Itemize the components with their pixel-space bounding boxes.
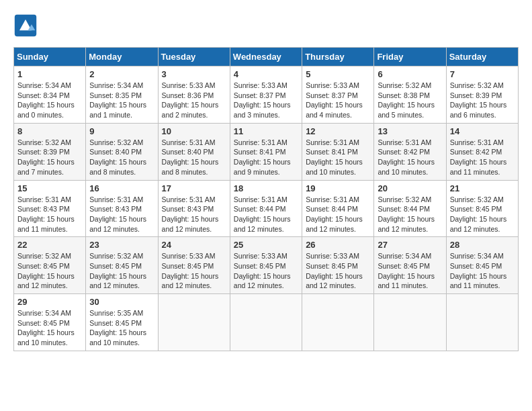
day-info: Sunrise: 5:34 AMSunset: 8:45 PMDaylight:… [17,308,82,348]
calendar-header-row: SundayMondayTuesdayWednesdayThursdayFrid… [14,48,519,66]
day-info: Sunrise: 5:32 AMSunset: 8:39 PMDaylight:… [450,81,515,120]
day-info: Sunrise: 5:32 AMSunset: 8:39 PMDaylight:… [17,138,82,177]
calendar-day-cell: 30Sunrise: 5:35 AMSunset: 8:45 PMDayligh… [86,294,158,351]
day-info: Sunrise: 5:33 AMSunset: 8:45 PMDaylight:… [234,251,298,291]
day-info: Sunrise: 5:31 AMSunset: 8:44 PMDaylight:… [234,195,298,234]
calendar-day-cell [302,294,374,351]
calendar-day-cell: 9Sunrise: 5:32 AMSunset: 8:40 PMDaylight… [86,123,158,180]
day-info: Sunrise: 5:33 AMSunset: 8:45 PMDaylight:… [162,251,226,291]
day-info: Sunrise: 5:32 AMSunset: 8:45 PMDaylight:… [89,251,154,291]
day-info: Sunrise: 5:32 AMSunset: 8:38 PMDaylight:… [378,81,442,120]
day-info: Sunrise: 5:31 AMSunset: 8:41 PMDaylight:… [234,138,298,177]
calendar-day-cell: 16Sunrise: 5:31 AMSunset: 8:43 PMDayligh… [86,180,158,237]
day-number: 22 [17,240,82,250]
logo [13,13,40,38]
day-number: 9 [89,126,154,136]
day-number: 30 [89,297,154,307]
day-number: 17 [162,183,226,193]
calendar-day-cell: 7Sunrise: 5:32 AMSunset: 8:39 PMDaylight… [446,66,518,124]
calendar-day-cell: 4Sunrise: 5:33 AMSunset: 8:37 PMDaylight… [230,66,302,124]
calendar-day-cell: 23Sunrise: 5:32 AMSunset: 8:45 PMDayligh… [86,237,158,294]
day-info: Sunrise: 5:31 AMSunset: 8:43 PMDaylight:… [162,195,226,234]
day-info: Sunrise: 5:31 AMSunset: 8:43 PMDaylight:… [17,195,82,234]
day-number: 3 [162,69,226,79]
day-number: 5 [306,69,370,79]
day-number: 8 [17,126,82,136]
day-info: Sunrise: 5:35 AMSunset: 8:45 PMDaylight:… [89,308,154,348]
day-info: Sunrise: 5:32 AMSunset: 8:45 PMDaylight:… [450,195,515,234]
calendar-day-cell: 15Sunrise: 5:31 AMSunset: 8:43 PMDayligh… [14,180,86,237]
calendar-day-cell: 21Sunrise: 5:32 AMSunset: 8:45 PMDayligh… [446,180,518,237]
day-number: 12 [306,126,370,136]
day-of-week-header: Monday [86,48,158,66]
day-info: Sunrise: 5:33 AMSunset: 8:36 PMDaylight:… [162,81,226,120]
calendar-table: SundayMondayTuesdayWednesdayThursdayFrid… [13,47,519,351]
calendar-day-cell: 14Sunrise: 5:31 AMSunset: 8:42 PMDayligh… [446,123,518,180]
calendar-day-cell: 11Sunrise: 5:31 AMSunset: 8:41 PMDayligh… [230,123,302,180]
page-header [13,13,519,38]
day-info: Sunrise: 5:31 AMSunset: 8:42 PMDaylight:… [450,138,515,177]
day-info: Sunrise: 5:32 AMSunset: 8:44 PMDaylight:… [378,195,442,234]
calendar-day-cell: 1Sunrise: 5:34 AMSunset: 8:34 PMDaylight… [14,66,86,124]
calendar-day-cell: 27Sunrise: 5:34 AMSunset: 8:45 PMDayligh… [374,237,446,294]
day-info: Sunrise: 5:32 AMSunset: 8:45 PMDaylight:… [17,251,82,291]
calendar-week-row: 1Sunrise: 5:34 AMSunset: 8:34 PMDaylight… [14,66,519,124]
day-of-week-header: Sunday [14,48,86,66]
day-number: 26 [306,240,370,250]
calendar-day-cell: 24Sunrise: 5:33 AMSunset: 8:45 PMDayligh… [158,237,230,294]
calendar-day-cell: 3Sunrise: 5:33 AMSunset: 8:36 PMDaylight… [158,66,230,124]
calendar-day-cell: 26Sunrise: 5:33 AMSunset: 8:45 PMDayligh… [302,237,374,294]
day-number: 7 [450,69,515,79]
day-number: 6 [378,69,442,79]
calendar-day-cell [446,294,518,351]
calendar-day-cell: 12Sunrise: 5:31 AMSunset: 8:41 PMDayligh… [302,123,374,180]
logo-icon [13,13,38,38]
day-number: 25 [234,240,298,250]
day-info: Sunrise: 5:33 AMSunset: 8:37 PMDaylight:… [234,81,298,120]
day-info: Sunrise: 5:31 AMSunset: 8:43 PMDaylight:… [89,195,154,234]
day-number: 14 [450,126,515,136]
day-number: 13 [378,126,442,136]
day-of-week-header: Saturday [446,48,518,66]
calendar-day-cell: 6Sunrise: 5:32 AMSunset: 8:38 PMDaylight… [374,66,446,124]
calendar-day-cell [230,294,302,351]
calendar-day-cell: 13Sunrise: 5:31 AMSunset: 8:42 PMDayligh… [374,123,446,180]
day-info: Sunrise: 5:34 AMSunset: 8:45 PMDaylight:… [450,251,515,291]
day-info: Sunrise: 5:34 AMSunset: 8:35 PMDaylight:… [89,81,154,120]
day-number: 4 [234,69,298,79]
calendar-day-cell: 19Sunrise: 5:31 AMSunset: 8:44 PMDayligh… [302,180,374,237]
day-number: 24 [162,240,226,250]
calendar-day-cell: 20Sunrise: 5:32 AMSunset: 8:44 PMDayligh… [374,180,446,237]
day-number: 19 [306,183,370,193]
day-info: Sunrise: 5:33 AMSunset: 8:45 PMDaylight:… [306,251,370,291]
day-number: 16 [89,183,154,193]
calendar-day-cell [374,294,446,351]
calendar-day-cell: 18Sunrise: 5:31 AMSunset: 8:44 PMDayligh… [230,180,302,237]
day-number: 23 [89,240,154,250]
day-number: 18 [234,183,298,193]
day-info: Sunrise: 5:33 AMSunset: 8:37 PMDaylight:… [306,81,370,120]
calendar-day-cell [158,294,230,351]
calendar-week-row: 15Sunrise: 5:31 AMSunset: 8:43 PMDayligh… [14,180,519,237]
day-info: Sunrise: 5:32 AMSunset: 8:40 PMDaylight:… [89,138,154,177]
day-number: 21 [450,183,515,193]
calendar-day-cell: 28Sunrise: 5:34 AMSunset: 8:45 PMDayligh… [446,237,518,294]
day-info: Sunrise: 5:31 AMSunset: 8:40 PMDaylight:… [162,138,226,177]
day-info: Sunrise: 5:31 AMSunset: 8:44 PMDaylight:… [306,195,370,234]
calendar-day-cell: 2Sunrise: 5:34 AMSunset: 8:35 PMDaylight… [86,66,158,124]
day-info: Sunrise: 5:34 AMSunset: 8:34 PMDaylight:… [17,81,82,120]
day-of-week-header: Tuesday [158,48,230,66]
day-of-week-header: Friday [374,48,446,66]
day-info: Sunrise: 5:31 AMSunset: 8:42 PMDaylight:… [378,138,442,177]
day-info: Sunrise: 5:31 AMSunset: 8:41 PMDaylight:… [306,138,370,177]
day-number: 28 [450,240,515,250]
calendar-day-cell: 10Sunrise: 5:31 AMSunset: 8:40 PMDayligh… [158,123,230,180]
calendar-day-cell: 25Sunrise: 5:33 AMSunset: 8:45 PMDayligh… [230,237,302,294]
day-number: 20 [378,183,442,193]
calendar-week-row: 22Sunrise: 5:32 AMSunset: 8:45 PMDayligh… [14,237,519,294]
calendar-day-cell: 8Sunrise: 5:32 AMSunset: 8:39 PMDaylight… [14,123,86,180]
day-number: 29 [17,297,82,307]
calendar-day-cell: 29Sunrise: 5:34 AMSunset: 8:45 PMDayligh… [14,294,86,351]
day-number: 1 [17,69,82,79]
calendar-day-cell: 5Sunrise: 5:33 AMSunset: 8:37 PMDaylight… [302,66,374,124]
